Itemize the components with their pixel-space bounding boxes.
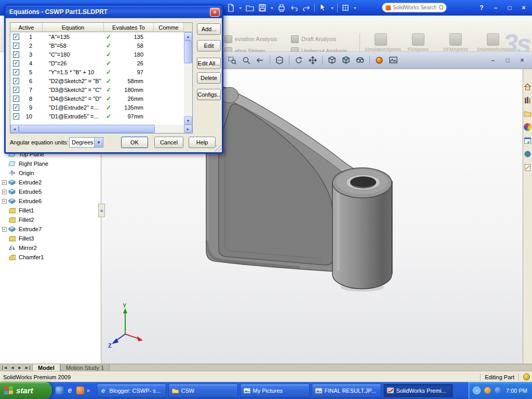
feature-tree-item[interactable]: Fillet1 xyxy=(0,206,101,215)
scrollbar-thumb[interactable] xyxy=(19,125,155,133)
feature-tree-item[interactable]: Fillet2 xyxy=(0,215,101,224)
expand-icon[interactable]: + xyxy=(2,227,7,232)
open-icon[interactable] xyxy=(245,3,255,12)
expand-icon[interactable]: + xyxy=(2,180,7,185)
active-checkbox[interactable]: ✓ xyxy=(13,51,19,58)
view-orientation-icon[interactable] xyxy=(326,54,338,66)
panel-collapse-arrow[interactable]: « xyxy=(98,204,105,217)
edit-appearance-icon[interactable] xyxy=(373,54,385,66)
table-row[interactable]: ✓7"D3@Sketch2" = "C"✓180mm xyxy=(10,85,184,94)
chevron-down-icon[interactable]: ▼ xyxy=(238,6,242,10)
vertical-scrollbar[interactable]: ▲ ▼ xyxy=(184,32,192,125)
active-checkbox[interactable]: ✓ xyxy=(13,104,19,111)
new-document-icon[interactable] xyxy=(226,3,235,12)
feature-tree-item[interactable]: +Extrude2 xyxy=(0,178,101,187)
hide-show-items-icon[interactable] xyxy=(354,54,366,66)
taskbar-button-solidworks[interactable]: SolidWorks Premi... xyxy=(383,384,453,397)
edit-button[interactable]: Edit xyxy=(197,40,221,51)
dialog-close-button[interactable]: × xyxy=(210,8,220,17)
edit-all-button[interactable]: Edit All... xyxy=(197,58,221,69)
active-checkbox[interactable]: ✓ xyxy=(13,69,19,75)
document-minimize-button[interactable]: – xyxy=(487,55,499,66)
internet-explorer-icon[interactable]: e xyxy=(66,387,74,394)
sketch-icon[interactable] xyxy=(341,3,350,12)
table-row[interactable]: ✓5"Y"=1.5 * "B" + 10✓97 xyxy=(10,68,184,76)
chevron-down-icon[interactable]: ▼ xyxy=(353,6,357,10)
zoom-fit-icon[interactable] xyxy=(240,54,252,66)
previous-view-icon[interactable] xyxy=(254,54,267,66)
file-explorer-icon[interactable] xyxy=(524,110,531,117)
cancel-button[interactable]: Cancel xyxy=(154,137,183,148)
active-checkbox[interactable]: ✓ xyxy=(13,96,19,102)
select-pointer-icon[interactable] xyxy=(318,3,327,12)
hide-icons-button[interactable]: « xyxy=(473,387,481,394)
resize-grip[interactable] xyxy=(215,145,221,152)
next-tab-button[interactable]: ▶ xyxy=(17,366,23,370)
table-row[interactable]: ✓9"D1@Extrude2" =...✓135mm xyxy=(10,103,184,112)
table-row[interactable]: ✓2"B"=58✓58 xyxy=(10,41,184,50)
feature-tree-item[interactable]: Chamfer1 xyxy=(0,252,101,262)
pan-icon[interactable] xyxy=(307,54,319,66)
column-header-active[interactable]: Active xyxy=(10,23,43,32)
tray-icon-blue[interactable] xyxy=(495,387,501,394)
help-button[interactable]: ? xyxy=(476,3,487,13)
table-row[interactable]: ✓8"D4@Sketch2" = "D"✓26mm xyxy=(10,94,184,103)
solidworks-resources-icon[interactable] xyxy=(524,83,531,90)
solidworks-search[interactable] xyxy=(382,3,447,12)
angular-units-dropdown[interactable]: Degrees ▼ xyxy=(69,137,103,148)
feature-tree-item[interactable]: Mirror2 xyxy=(0,243,101,252)
undo-icon[interactable] xyxy=(289,3,299,12)
feature-tree-item[interactable]: +Extrude7 xyxy=(0,224,101,234)
chevron-down-icon[interactable]: ▼ xyxy=(270,6,274,10)
view-palette-icon[interactable] xyxy=(524,137,531,144)
dropdown-arrow-icon[interactable]: ▼ xyxy=(94,138,103,147)
display-style-icon[interactable] xyxy=(340,54,352,66)
zoom-area-icon[interactable] xyxy=(226,54,238,66)
active-checkbox[interactable]: ✓ xyxy=(13,78,19,84)
horizontal-scrollbar[interactable]: ◄ ► xyxy=(10,125,192,133)
close-button[interactable]: × xyxy=(518,3,529,13)
column-header-equation[interactable]: Equation xyxy=(43,23,104,32)
design-library-icon[interactable] xyxy=(524,96,531,104)
chevron-down-icon[interactable]: ▼ xyxy=(330,6,334,10)
quick-tips-icon[interactable] xyxy=(523,374,530,380)
scroll-up-button[interactable]: ▲ xyxy=(184,32,192,41)
tab-motion-study[interactable]: Motion Study 1 xyxy=(60,364,110,371)
firefox-icon[interactable] xyxy=(76,387,84,394)
feature-tree-item[interactable]: +Extrude5 xyxy=(0,187,101,196)
feature-tree-item[interactable]: +Extrude6 xyxy=(0,196,101,206)
table-row[interactable]: ✓1"A"=135✓135 xyxy=(10,32,184,41)
active-checkbox[interactable]: ✓ xyxy=(13,113,19,119)
dialog-titlebar[interactable]: Equations - CSWP Part1.SLDPRT × xyxy=(6,6,222,18)
feature-tree-item[interactable]: Origin xyxy=(0,168,101,178)
expand-icon[interactable]: + xyxy=(2,199,7,204)
configs-button[interactable]: Configs.. xyxy=(197,89,221,100)
column-header-comment[interactable]: Comme xyxy=(154,23,184,32)
expand-icon[interactable]: + xyxy=(2,190,7,194)
taskbar-button-blogger[interactable]: eBlogger: CSWP- s... xyxy=(97,384,166,397)
add-button[interactable]: Add... xyxy=(197,23,221,35)
table-row[interactable]: ✓3"C"=180✓180 xyxy=(10,50,184,59)
save-icon[interactable] xyxy=(258,3,267,12)
taskbar-button-final-result[interactable]: FINAL RESULT.JP... xyxy=(312,384,381,397)
active-checkbox[interactable]: ✓ xyxy=(13,34,19,40)
maximize-button[interactable]: □ xyxy=(504,3,515,13)
table-row[interactable]: ✓10"D1@Extrude5" =...✓97mm xyxy=(10,112,184,121)
search-input[interactable] xyxy=(393,5,436,10)
custom-properties-icon[interactable] xyxy=(524,164,531,171)
start-button[interactable]: start xyxy=(0,382,52,399)
quick-launch-overflow-icon[interactable]: » xyxy=(87,388,90,393)
table-row[interactable]: ✓6"D2@Sketch2" = "B"✓58mm xyxy=(10,76,184,85)
document-restore-button[interactable]: □ xyxy=(502,55,513,66)
document-close-button[interactable]: × xyxy=(516,55,528,66)
minimize-button[interactable]: – xyxy=(490,3,501,13)
tab-model[interactable]: Model xyxy=(32,364,60,371)
previous-tab-button[interactable]: ◀ xyxy=(9,366,16,370)
table-row[interactable]: ✓4"D"=26✓26 xyxy=(10,59,184,68)
section-view-icon[interactable] xyxy=(273,54,286,66)
print-icon[interactable] xyxy=(277,3,286,12)
scrollbar-thumb[interactable] xyxy=(184,41,192,63)
scroll-right-button[interactable]: ► xyxy=(184,125,192,133)
messenger-icon[interactable] xyxy=(56,387,63,394)
feature-tree-item[interactable]: Fillet3 xyxy=(0,234,101,243)
